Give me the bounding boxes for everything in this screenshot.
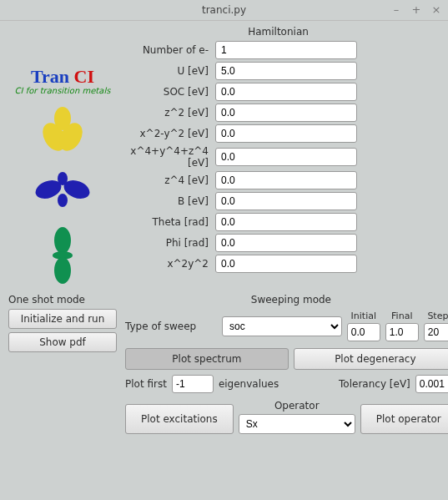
orbital-blue-icon xyxy=(33,169,92,210)
plot-first-label: Plot first xyxy=(125,378,167,390)
hamiltonian-title: Hamiltonian xyxy=(117,26,440,38)
orbital-yellow-icon xyxy=(38,104,88,154)
svg-point-6 xyxy=(58,194,68,207)
soc-label: SOC [eV] xyxy=(117,86,215,98)
titlebar: tranci.py – + × xyxy=(0,0,448,21)
plot-degeneracy-button[interactable]: Plot degeneracy xyxy=(294,348,448,370)
svg-point-7 xyxy=(54,227,71,254)
app-subtitle: CI for transition metals xyxy=(15,86,111,95)
app-logo: Tran CI xyxy=(31,66,94,88)
z2-label: z^2 [eV] xyxy=(117,107,215,119)
close-icon[interactable]: × xyxy=(430,3,443,16)
x4y4z4-label: x^4+y^4+z^4 [eV] xyxy=(117,145,215,169)
plot-operator-button[interactable]: Plot operator xyxy=(360,404,448,434)
tolerancy-label: Tolerancy [eV] xyxy=(339,378,410,390)
n-e-input[interactable] xyxy=(215,41,357,59)
maximize-icon[interactable]: + xyxy=(410,3,423,16)
final-label: Final xyxy=(391,311,412,321)
initialize-run-button[interactable]: Initialize and run xyxy=(8,309,117,329)
final-input[interactable] xyxy=(385,323,419,341)
oneshot-title: One shot mode xyxy=(8,294,117,306)
sweep-type-select[interactable]: soc xyxy=(222,316,342,336)
svg-point-2 xyxy=(54,107,71,130)
x4y4z4-input[interactable] xyxy=(215,148,357,166)
minimize-icon[interactable]: – xyxy=(390,3,403,16)
plot-excitations-button[interactable]: Plot excitations xyxy=(125,404,234,434)
sweep-title: Sweeping mode xyxy=(125,294,448,306)
z2-input[interactable] xyxy=(215,104,357,122)
x2y2-label: x^2-y^2 [eV] xyxy=(117,128,215,139)
n-e-label: Number of e- xyxy=(117,44,215,56)
initial-label: Initial xyxy=(351,311,376,321)
z4-input[interactable] xyxy=(215,171,357,189)
sweep-type-label: Type of sweep xyxy=(125,321,217,332)
x2y2b-label: x^2y^2 xyxy=(117,258,215,270)
tolerancy-input[interactable] xyxy=(415,375,448,393)
eigenvalues-label: eigenvalues xyxy=(219,378,279,390)
svg-point-5 xyxy=(58,172,68,185)
u-label: U [eV] xyxy=(117,65,215,77)
phi-input[interactable] xyxy=(215,234,357,252)
theta-label: Theta [rad] xyxy=(117,216,215,228)
operator-select[interactable]: Sx xyxy=(239,414,355,434)
plot-first-input[interactable] xyxy=(172,375,214,393)
z4-label: z^4 [eV] xyxy=(117,174,215,186)
orbital-green-icon xyxy=(46,225,79,284)
operator-label: Operator xyxy=(274,400,320,412)
plot-spectrum-button[interactable]: Plot spectrum xyxy=(125,348,289,370)
svg-point-9 xyxy=(54,257,71,284)
window-title: tranci.py xyxy=(202,4,246,16)
steps-input[interactable] xyxy=(424,323,448,341)
soc-input[interactable] xyxy=(215,83,357,101)
x2y2b-input[interactable] xyxy=(215,255,357,273)
b-label: B [eV] xyxy=(117,195,215,207)
show-pdf-button[interactable]: Show pdf xyxy=(8,332,117,352)
phi-label: Phi [rad] xyxy=(117,237,215,249)
steps-label: Steps xyxy=(427,311,448,321)
u-input[interactable] xyxy=(215,62,357,80)
b-input[interactable] xyxy=(215,192,357,210)
x2y2-input[interactable] xyxy=(215,124,357,143)
initial-input[interactable] xyxy=(347,323,380,341)
theta-input[interactable] xyxy=(215,213,357,231)
